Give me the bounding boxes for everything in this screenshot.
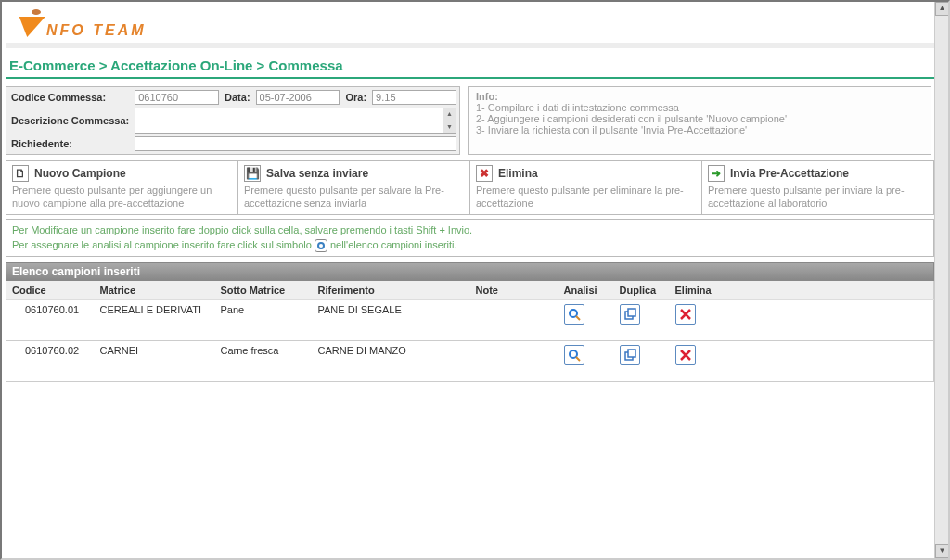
cell-sotto[interactable]: Pane [215, 299, 313, 340]
cell-note[interactable] [470, 299, 558, 340]
data-label: Data: [223, 92, 252, 103]
svg-rect-9 [628, 350, 635, 357]
send-icon: ➜ [708, 165, 725, 182]
nuovo-campione-button[interactable]: 🗋Nuovo Campione Premere questo pulsante … [6, 161, 238, 214]
hint-panel: Per Modificare un campione inserito fare… [6, 219, 934, 257]
breadcrumb: E-Commerce > Accettazione On-Line > Comm… [6, 48, 934, 79]
ora-label: Ora: [343, 92, 368, 103]
info-line-3: 3- Inviare la richiesta con il pulsante … [476, 124, 747, 135]
col-codice: Codice [6, 281, 95, 300]
salva-button[interactable]: 💾Salva senza inviare Premere questo puls… [238, 161, 470, 214]
col-matrice: Matrice [95, 281, 215, 300]
richiedente-label: Richiedente: [9, 138, 131, 149]
info-line-1: 1- Compilare i dati di intestazione comm… [476, 102, 679, 113]
codice-label: Codice Commessa: [9, 92, 131, 103]
form-panel: Codice Commessa: Data: Ora: Descrizione … [6, 86, 460, 155]
elimina-button[interactable]: ✖Elimina Premere questo pulsante per eli… [470, 161, 702, 214]
cell-matrice[interactable]: CARNEI [95, 340, 215, 381]
elimina-row-icon[interactable] [675, 345, 696, 365]
invia-button[interactable]: ➜Invia Pre-Accettazione Premere questo p… [702, 161, 933, 214]
col-rifer: Riferimento [313, 281, 470, 300]
cell-note[interactable] [470, 340, 558, 381]
svg-point-0 [570, 310, 577, 317]
codice-input[interactable] [135, 90, 219, 105]
cell-matrice[interactable]: CEREALI E DERIVATI [95, 299, 215, 340]
textarea-scroll[interactable]: ▲▼ [443, 108, 456, 134]
duplica-icon[interactable] [620, 345, 640, 365]
info-line-2: 2- Aggiungere i campioni desiderati con … [476, 113, 787, 124]
data-input[interactable] [256, 90, 340, 105]
table-row[interactable]: 0610760.02CARNEICarne frescaCARNE DI MAN… [6, 340, 934, 381]
col-sotto: Sotto Matrice [215, 281, 313, 300]
info-panel: Info: 1- Compilare i dati di intestazion… [468, 86, 931, 155]
hint-line-2b: nell'elenco campioni inseriti. [330, 239, 457, 250]
richiedente-input[interactable] [135, 136, 456, 151]
col-duplica: Duplica [614, 281, 670, 300]
hint-line-1: Per Modificare un campione inserito fare… [12, 224, 472, 235]
delete-icon: ✖ [476, 165, 493, 182]
analisi-icon[interactable] [564, 304, 584, 325]
hint-line-2a: Per assegnare le analisi al campione ins… [12, 239, 315, 250]
svg-rect-3 [628, 309, 635, 316]
logo-bar: NFO TEAM [6, 6, 934, 39]
logo-icon [17, 13, 43, 39]
info-title: Info: [476, 91, 498, 102]
list-header: Elenco campioni inseriti [6, 262, 934, 281]
cell-codice[interactable]: 0610760.02 [6, 340, 95, 381]
new-icon: 🗋 [12, 165, 29, 182]
svg-line-1 [576, 316, 580, 320]
descrizione-textarea[interactable] [135, 108, 443, 134]
ora-input[interactable] [372, 90, 456, 105]
table-row[interactable]: 0610760.01CEREALI E DERIVATIPanePANE DI … [6, 299, 934, 340]
analisi-hint-icon [315, 239, 327, 252]
actions-bar: 🗋Nuovo Campione Premere questo pulsante … [6, 160, 934, 215]
duplica-icon[interactable] [620, 304, 640, 325]
analisi-icon[interactable] [564, 345, 584, 365]
col-analisi: Analisi [558, 281, 614, 300]
scroll-down-arrow[interactable]: ▼ [935, 544, 949, 558]
vertical-scrollbar[interactable]: ▲ ▼ [934, 2, 948, 558]
descrizione-label: Descrizione Commessa: [9, 115, 131, 126]
cell-codice[interactable]: 0610760.01 [6, 299, 95, 340]
scroll-up-arrow[interactable]: ▲ [935, 2, 949, 16]
save-icon: 💾 [244, 165, 261, 182]
logo-text: NFO TEAM [46, 22, 147, 39]
svg-point-6 [570, 350, 577, 358]
cell-rifer[interactable]: CARNE DI MANZO [313, 340, 470, 381]
cell-sotto[interactable]: Carne fresca [215, 340, 313, 381]
campioni-table: Codice Matrice Sotto Matrice Riferimento… [6, 281, 934, 382]
elimina-row-icon[interactable] [675, 304, 696, 325]
col-note: Note [470, 281, 558, 300]
svg-line-7 [576, 357, 580, 361]
col-elimina: Elimina [670, 281, 934, 300]
cell-rifer[interactable]: PANE DI SEGALE [313, 299, 470, 340]
